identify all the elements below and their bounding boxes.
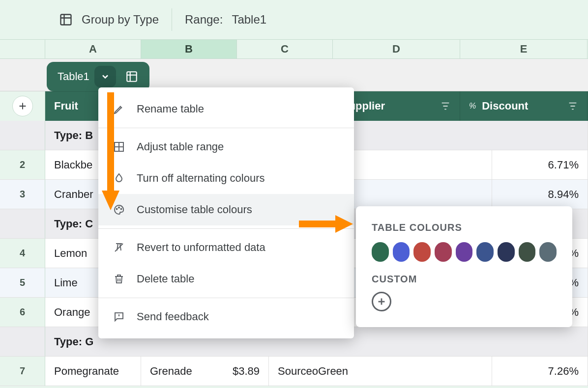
corner-cell[interactable]	[0, 40, 45, 58]
trash-icon	[112, 272, 126, 286]
range-chip[interactable]: Range: Table1	[185, 13, 266, 27]
filter-icon[interactable]	[440, 101, 451, 111]
drop-icon	[112, 171, 126, 185]
col-header-A[interactable]: A	[45, 40, 141, 58]
table-view-icon[interactable]	[121, 66, 143, 87]
colour-swatch[interactable]	[476, 242, 494, 262]
add-row-button-cell	[0, 91, 45, 121]
svg-rect-1	[127, 72, 137, 82]
row-number[interactable]: 7	[0, 357, 45, 386]
menu-delete-table[interactable]: Delete table	[98, 263, 354, 295]
palette-icon	[112, 203, 126, 217]
menu-adjust-range[interactable]: Adjust table range	[98, 131, 354, 163]
group-by-chip[interactable]: Group by Type	[59, 13, 159, 27]
popover-title: TABLE COLOURS	[372, 222, 557, 233]
toolbar: Group by Type Range: Table1	[0, 0, 588, 39]
menu-label: Send feedback	[137, 310, 209, 323]
colour-swatch[interactable]	[372, 242, 389, 262]
row-number[interactable]: 2	[0, 150, 45, 180]
table-chip-label: Table1	[58, 70, 89, 83]
cell-brand[interactable]: Grenade $3.89	[141, 357, 269, 386]
add-row-button[interactable]	[12, 96, 33, 116]
col-header-C[interactable]: C	[237, 40, 333, 58]
popover-subtitle: CUSTOM	[372, 274, 557, 285]
menu-label: Turn off alternating colours	[137, 172, 265, 185]
menu-label: Rename table	[137, 103, 204, 115]
cell-discount[interactable]: 6.71%	[492, 150, 588, 180]
colour-swatch[interactable]	[435, 242, 452, 262]
percent-icon: %	[469, 102, 476, 111]
row-number[interactable]	[0, 209, 45, 239]
col-header-E[interactable]: E	[460, 40, 588, 58]
row-number[interactable]	[0, 327, 45, 357]
row-number[interactable]: 3	[0, 180, 45, 209]
menu-label: Delete table	[137, 273, 194, 285]
chevron-down-icon[interactable]	[94, 66, 116, 87]
menu-alternating-colours[interactable]: Turn off alternating colours	[98, 163, 354, 194]
column-headers: A B C D E	[0, 39, 588, 59]
cell-discount[interactable]: 7.26%	[492, 357, 588, 386]
menu-revert[interactable]: Revert to unformatted data	[98, 232, 354, 263]
colour-swatch[interactable]	[539, 242, 557, 262]
filter-icon[interactable]	[567, 101, 578, 111]
col-header-B[interactable]: B	[141, 40, 237, 58]
colour-popover: TABLE COLOURS CUSTOM	[356, 206, 572, 327]
header-supplier-label: Supplier	[342, 100, 434, 112]
table-chip[interactable]: Table1	[47, 62, 149, 91]
menu-customise-colours[interactable]: Customise table colours	[98, 194, 354, 225]
colour-swatch[interactable]	[393, 242, 410, 262]
menu-send-feedback[interactable]: Send feedback	[98, 301, 354, 333]
cell-discount[interactable]: 8.94%	[492, 180, 588, 209]
menu-label: Revert to unformatted data	[137, 241, 265, 254]
table-icon	[59, 13, 73, 27]
svg-rect-0	[61, 15, 71, 25]
header-discount[interactable]: % Discount	[460, 91, 588, 121]
toolbar-divider	[172, 8, 172, 31]
group-by-label: Group by Type	[82, 13, 159, 27]
cell-fruit[interactable]: Pomegranate	[45, 357, 141, 386]
row-number[interactable]: 4	[0, 239, 45, 268]
row-number[interactable]	[0, 121, 45, 150]
menu-label: Customise table colours	[137, 203, 252, 216]
colour-swatch[interactable]	[456, 242, 473, 262]
colour-swatch[interactable]	[498, 242, 515, 262]
menu-separator	[98, 228, 354, 229]
table-menu: Rename table Adjust table range Turn off…	[98, 87, 354, 338]
swatch-row	[372, 242, 557, 262]
grid-icon	[112, 140, 126, 154]
svg-point-3	[117, 209, 118, 210]
pencil-icon	[112, 102, 126, 116]
colour-swatch[interactable]	[413, 242, 431, 262]
cell-supplier[interactable]: SourceoGreen	[269, 357, 492, 386]
menu-separator	[98, 128, 354, 128]
feedback-icon	[112, 310, 126, 324]
svg-point-4	[118, 207, 119, 208]
range-label: Range:	[185, 13, 223, 27]
menu-rename-table[interactable]: Rename table	[98, 93, 354, 125]
menu-separator	[98, 298, 354, 298]
row-number[interactable]: 6	[0, 298, 45, 327]
menu-label: Adjust table range	[137, 140, 224, 153]
header-discount-label: Discount	[482, 100, 561, 112]
add-custom-colour[interactable]	[372, 292, 391, 311]
col-header-D[interactable]: D	[333, 40, 460, 58]
colour-swatch[interactable]	[519, 242, 536, 262]
svg-point-5	[121, 209, 122, 210]
range-value: Table1	[232, 13, 266, 27]
row-number[interactable]: 5	[0, 268, 45, 298]
clear-format-icon	[112, 241, 126, 254]
